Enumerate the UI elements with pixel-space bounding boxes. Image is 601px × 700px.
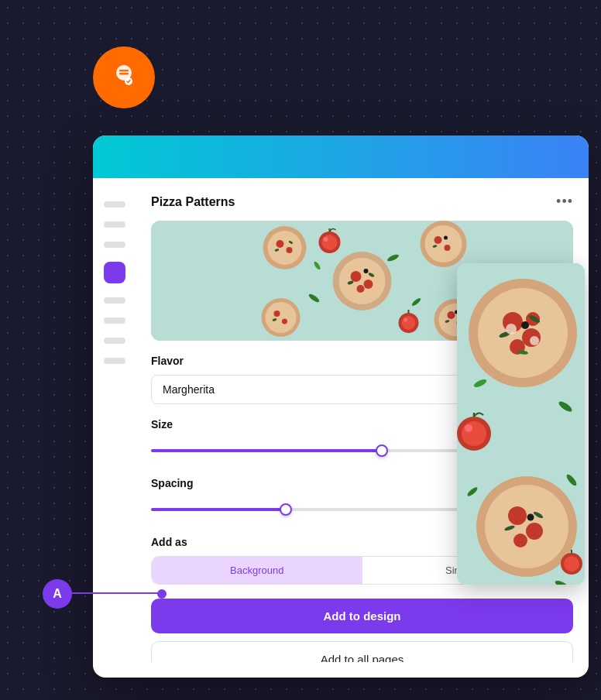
svg-point-66 bbox=[526, 523, 543, 540]
svg-point-31 bbox=[448, 311, 455, 319]
svg-point-65 bbox=[508, 506, 527, 525]
svg-point-11 bbox=[364, 269, 369, 273]
svg-point-72 bbox=[472, 378, 487, 389]
sidebar-item-active[interactable] bbox=[104, 262, 125, 283]
svg-point-45 bbox=[313, 261, 321, 271]
sidebar-item-3[interactable] bbox=[104, 242, 125, 248]
sidebar-item-2[interactable] bbox=[104, 221, 125, 228]
svg-point-41 bbox=[404, 318, 407, 322]
svg-point-14 bbox=[276, 240, 284, 248]
svg-point-43 bbox=[307, 293, 321, 304]
svg-point-77 bbox=[564, 556, 579, 571]
sidebar-item-8[interactable] bbox=[104, 358, 125, 364]
connector-dot bbox=[157, 589, 167, 599]
svg-point-73 bbox=[565, 473, 579, 487]
svg-point-15 bbox=[287, 247, 293, 253]
svg-point-6 bbox=[351, 271, 362, 282]
svg-point-23 bbox=[444, 236, 448, 240]
svg-point-70 bbox=[527, 514, 534, 521]
avatar-indicator: A bbox=[43, 579, 72, 609]
svg-point-25 bbox=[266, 302, 297, 333]
avatar-letter: A bbox=[53, 587, 62, 601]
panel-gradient-bar bbox=[93, 136, 589, 178]
svg-point-5 bbox=[339, 258, 386, 304]
svg-point-40 bbox=[402, 316, 416, 330]
svg-point-61 bbox=[465, 424, 472, 432]
add-to-design-button[interactable]: Add to design bbox=[151, 599, 573, 633]
svg-point-57 bbox=[506, 324, 517, 335]
svg-point-21 bbox=[445, 245, 451, 251]
add-to-all-pages-button[interactable]: Add to all pages bbox=[151, 641, 573, 662]
toggle-background[interactable]: Background bbox=[152, 557, 362, 584]
svg-point-71 bbox=[558, 400, 574, 413]
svg-point-26 bbox=[274, 311, 280, 317]
svg-point-36 bbox=[322, 235, 338, 250]
sidebar-item-5[interactable] bbox=[104, 297, 125, 304]
svg-rect-1 bbox=[119, 70, 129, 72]
svg-point-60 bbox=[462, 421, 486, 446]
svg-point-44 bbox=[386, 253, 400, 262]
logo-icon bbox=[109, 60, 139, 95]
right-preview-panel bbox=[457, 263, 585, 585]
svg-point-46 bbox=[411, 297, 422, 307]
more-options-button[interactable]: ••• bbox=[556, 194, 573, 210]
svg-point-74 bbox=[466, 486, 479, 498]
panel-header: Pizza Patterns ••• bbox=[151, 194, 573, 210]
logo-circle bbox=[93, 46, 155, 108]
svg-point-8 bbox=[357, 285, 365, 293]
sidebar-item-7[interactable] bbox=[104, 338, 125, 344]
svg-point-67 bbox=[513, 534, 527, 547]
svg-rect-2 bbox=[119, 73, 129, 75]
connector-line bbox=[72, 592, 161, 594]
svg-point-13 bbox=[268, 231, 302, 265]
sidebar-item-6[interactable] bbox=[104, 317, 125, 324]
sidebar-item-1[interactable] bbox=[104, 201, 125, 208]
flavor-selected: Margherita bbox=[163, 383, 215, 396]
svg-point-64 bbox=[485, 485, 568, 568]
panel-title: Pizza Patterns bbox=[151, 195, 235, 209]
svg-point-75 bbox=[554, 579, 568, 585]
svg-point-37 bbox=[324, 237, 328, 242]
svg-point-7 bbox=[364, 280, 373, 289]
svg-point-58 bbox=[530, 336, 539, 345]
svg-point-19 bbox=[425, 225, 462, 262]
svg-point-20 bbox=[434, 236, 442, 244]
svg-point-56 bbox=[521, 321, 529, 329]
svg-point-48 bbox=[478, 288, 568, 378]
svg-point-27 bbox=[282, 319, 287, 324]
